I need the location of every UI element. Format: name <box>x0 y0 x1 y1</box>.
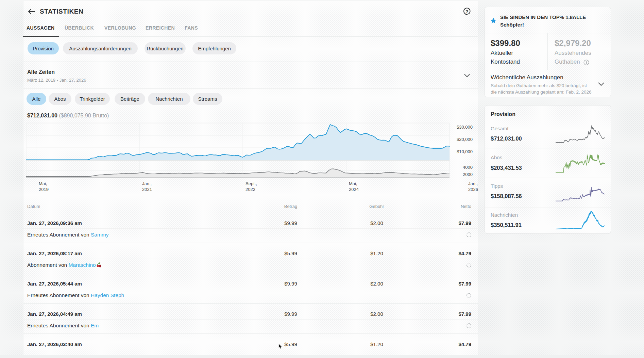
svg-text:?: ? <box>465 9 468 14</box>
